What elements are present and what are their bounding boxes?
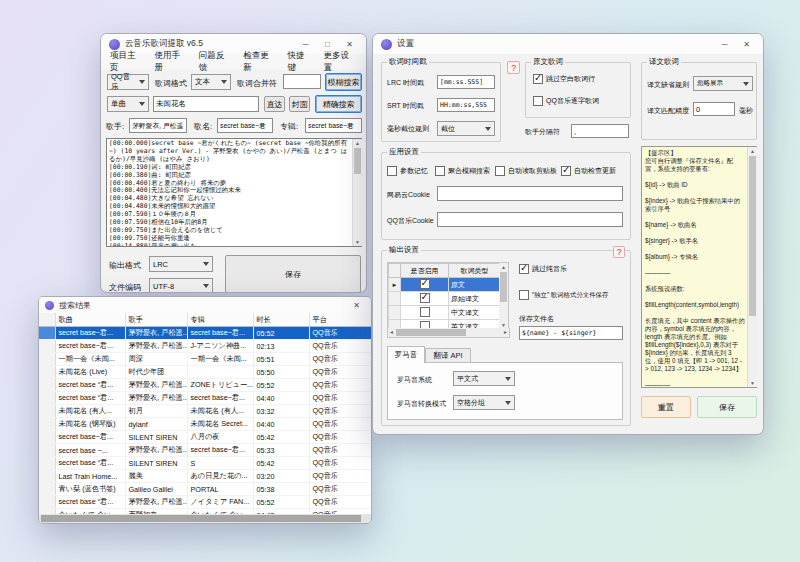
timestamp-help-button[interactable]: ? — [507, 61, 520, 74]
srt-timestamp-input[interactable] — [437, 98, 495, 112]
hint-scrollbar[interactable]: ▲ ▼ — [747, 147, 757, 387]
auto-clipboard-checkbox[interactable]: 自动读取剪贴板 — [495, 166, 557, 176]
column-header[interactable]: 歌词类型 — [449, 264, 501, 278]
split-file-checkbox[interactable]: “独立” 歌词格式分文件保存 — [519, 290, 608, 300]
enabled-cell[interactable] — [401, 278, 449, 292]
ms-rule-select[interactable]: 截位 — [437, 121, 495, 136]
table-row[interactable]: secret base ~...茅野愛衣, 戸松遥...secret base~… — [39, 444, 371, 457]
scrollbar-thumb[interactable] — [354, 148, 361, 174]
settings-save-button[interactable]: 保存 — [697, 396, 757, 418]
hint-textarea[interactable]: 【提示区】 您可自行调整『保存文件名』配置，系统支持的变量有: ${id} ->… — [641, 146, 757, 388]
close-icon[interactable]: ✕ — [738, 40, 755, 49]
close-icon[interactable]: ✕ — [348, 301, 365, 310]
column-header[interactable]: 是否启用 — [401, 264, 449, 278]
minimize-icon[interactable]: ─ — [716, 40, 733, 49]
checkbox-icon[interactable] — [420, 279, 430, 289]
auto-update-checkbox[interactable]: 自动检查更新 — [561, 166, 616, 176]
netease-cookie-input[interactable] — [437, 186, 623, 201]
results-horizontal-scrollbar[interactable] — [39, 514, 371, 523]
column-header[interactable]: 平台 — [309, 313, 371, 327]
merge-symbol-input[interactable] — [283, 74, 321, 89]
scroll-up-icon[interactable]: ▲ — [499, 263, 508, 271]
menu-item-manual[interactable]: 使用手册 — [154, 50, 187, 74]
types-horizontal-scrollbar[interactable]: ◄ ► — [387, 328, 510, 338]
lyric-type-row[interactable]: 中文译文 — [389, 306, 501, 320]
menu-item-home[interactable]: 项目主页 — [110, 50, 143, 74]
singer-input[interactable] — [129, 118, 187, 133]
scrollbar-thumb[interactable] — [749, 156, 756, 316]
menu-item-hotkeys[interactable]: 快捷键 — [288, 50, 313, 74]
scroll-down-icon[interactable]: ▼ — [748, 379, 757, 387]
scrollbar-thumb[interactable] — [500, 272, 507, 302]
skip-pure-music-checkbox[interactable]: 跳过纯音乐 — [519, 264, 567, 274]
search-type-select[interactable]: 单曲 — [107, 96, 149, 112]
save-button[interactable]: 保存 — [225, 255, 361, 293]
fuzzy-search-button[interactable]: 模糊搜索 — [325, 73, 362, 91]
menu-item-feedback[interactable]: 问题反馈 — [199, 50, 232, 74]
table-row[interactable]: Last Train Home...麗美あの日見た花の...03:20QQ音乐 — [39, 470, 371, 483]
romaji-mode-select[interactable]: 空格分组 — [453, 395, 515, 410]
output-format-select[interactable]: LRC — [149, 256, 213, 272]
trans-precision-input[interactable] — [693, 102, 735, 116]
column-header[interactable]: 歌曲 — [55, 313, 125, 327]
table-row[interactable]: 未闻花名 (Live)时代少年团05:50QQ音乐 — [39, 366, 371, 379]
maximize-icon[interactable]: □ — [319, 40, 336, 49]
enabled-cell[interactable] — [401, 292, 449, 306]
scroll-up-icon[interactable]: ▲ — [353, 139, 362, 147]
romaji-system-select[interactable]: 平文式 — [453, 371, 515, 386]
aggregate-fuzzy-checkbox[interactable]: 聚合模糊搜索 — [435, 166, 490, 176]
keyword-input[interactable] — [153, 96, 259, 112]
direct-button[interactable]: 直达 — [264, 96, 285, 112]
cover-button[interactable]: 封面 — [289, 96, 310, 112]
table-row[interactable]: secret base~君...茅野愛衣, 戸松遥...secret base~… — [39, 327, 371, 340]
minimize-icon[interactable]: ─ — [297, 40, 314, 49]
qq-cookie-input[interactable] — [437, 212, 623, 227]
format-select[interactable]: 文本 — [191, 74, 231, 90]
output-help-button[interactable]: ? — [613, 246, 625, 258]
checkbox-icon[interactable] — [420, 307, 430, 317]
encoding-select[interactable]: UTF-8 — [149, 278, 213, 293]
close-icon[interactable]: ✕ — [341, 40, 358, 49]
lyrics-scrollbar[interactable]: ▲ ▼ — [352, 139, 362, 246]
results-titlebar[interactable]: 搜索结果 ✕ — [39, 297, 371, 313]
trans-rule-select[interactable]: 忽略展示 — [693, 76, 753, 91]
enabled-cell[interactable] — [401, 306, 449, 320]
column-header[interactable]: 歌手 — [125, 313, 187, 327]
lyric-type-row[interactable]: ►原文 — [389, 278, 501, 292]
scrollbar-thumb[interactable] — [41, 515, 361, 522]
param-memory-checkbox[interactable]: 参数记忆 — [387, 166, 428, 176]
checkbox-icon[interactable] — [420, 293, 430, 303]
table-row[interactable]: 青い栞 (蓝色书签)Galileo GalileiPORTAL05:38QQ音乐 — [39, 483, 371, 496]
lrc-timestamp-input[interactable] — [437, 75, 495, 89]
table-row[interactable]: 未闻花名 (钢琴版)dylanf未闻花名 Secret...04:40QQ音乐 — [39, 418, 371, 431]
singer-separator-input[interactable] — [571, 124, 629, 138]
scrollbar-thumb[interactable] — [396, 329, 466, 336]
tab-translate-api[interactable]: 翻译 API — [425, 348, 471, 363]
menu-item-update[interactable]: 检查更新 — [243, 50, 276, 74]
album-input[interactable] — [305, 118, 362, 133]
tab-romaji[interactable]: 罗马音 — [387, 346, 425, 363]
skip-blank-checkbox[interactable]: 跳过空白歌词行 — [533, 74, 595, 84]
table-row[interactable]: secret base “君...茅野愛衣, 戸松遥...secret base… — [39, 392, 371, 405]
table-row[interactable]: secret base~君...茅野愛衣, 戸松遥...J-アニソン神曲...0… — [39, 340, 371, 353]
lyric-type-row[interactable]: 原始译文 — [389, 292, 501, 306]
exact-search-button[interactable]: 精确搜索 — [315, 95, 362, 113]
column-header[interactable]: 时长 — [253, 313, 309, 327]
table-row[interactable]: secret base “君...SILENT SIRENS05:42QQ音乐 — [39, 457, 371, 470]
scroll-right-icon[interactable]: ► — [503, 328, 508, 336]
table-row[interactable]: secret base “君...茅野愛衣, 戸松遥...ZONEトリビュー..… — [39, 379, 371, 392]
song-input[interactable] — [217, 118, 273, 133]
menu-item-more-settings[interactable]: 更多设置 — [324, 50, 357, 74]
table-row[interactable]: 一期一会《未闻...周深一期一会《未闻...05:51QQ音乐 — [39, 353, 371, 366]
table-row[interactable]: 未闻花名 (有人...初月未闻花名 (有人...03:32QQ音乐 — [39, 405, 371, 418]
scroll-left-icon[interactable]: ◄ — [389, 328, 394, 336]
scroll-down-icon[interactable]: ▼ — [353, 238, 362, 246]
filename-input[interactable] — [519, 326, 623, 340]
table-row[interactable]: secret base~君...SILENT SIREN八月の夜05:42QQ音… — [39, 431, 371, 444]
column-header[interactable]: 专辑 — [187, 313, 253, 327]
types-vertical-scrollbar[interactable]: ▲ ▼ — [499, 262, 509, 330]
settings-titlebar[interactable]: 设置 ─ ✕ — [373, 34, 763, 54]
reset-button[interactable]: 重置 — [641, 396, 691, 418]
scroll-up-icon[interactable]: ▲ — [748, 147, 757, 155]
table-row[interactable]: secret base “君...茅野愛衣, 戸松遥...ノイタミア FAN..… — [39, 496, 371, 509]
